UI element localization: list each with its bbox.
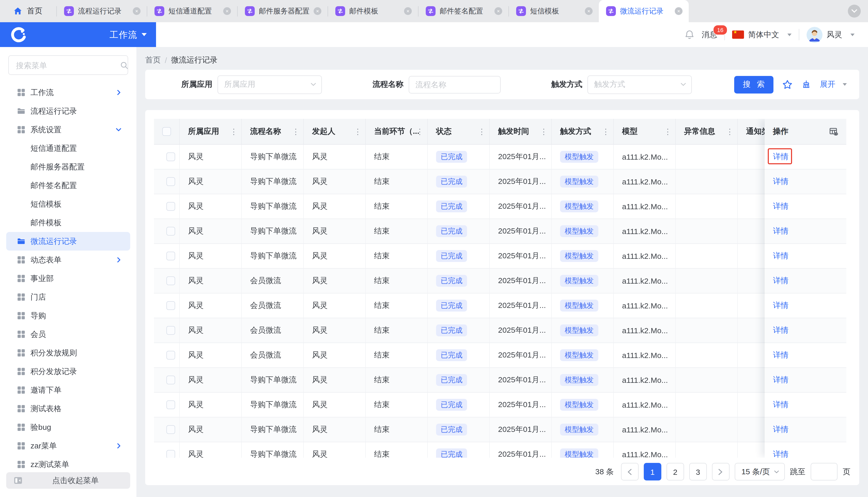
user-menu[interactable]: 风灵 xyxy=(807,27,855,43)
sidebar-item-会员[interactable]: 会员 xyxy=(6,325,130,343)
tab-home[interactable]: 首页 xyxy=(0,0,56,22)
sidebar-item-事业部[interactable]: 事业部 xyxy=(6,269,130,288)
tab-close-icon[interactable]: × xyxy=(133,7,141,15)
column-menu-icon[interactable]: ⋮ xyxy=(726,127,734,136)
detail-link[interactable]: 详情 xyxy=(773,425,788,435)
tab-close-icon[interactable]: × xyxy=(675,7,683,15)
row-checkbox[interactable] xyxy=(166,425,175,434)
app-title[interactable]: 工作流 xyxy=(110,29,138,41)
sidebar-item-动态表单[interactable]: 动态表单 xyxy=(6,251,130,269)
tab-close-icon[interactable]: × xyxy=(314,7,322,15)
detail-link[interactable]: 详情 xyxy=(773,375,788,385)
row-checkbox[interactable] xyxy=(166,326,175,335)
sidebar-item-邮件签名配置[interactable]: 邮件签名配置 xyxy=(6,176,130,195)
detail-link[interactable]: 详情 xyxy=(773,177,788,186)
sidebar-item-zar菜单[interactable]: zar菜单 xyxy=(6,437,130,455)
sidebar-item-流程运行记录[interactable]: 流程运行记录 xyxy=(6,102,130,120)
row-checkbox[interactable] xyxy=(166,375,175,384)
column-menu-icon[interactable]: ⋮ xyxy=(602,127,610,136)
sidebar-search-input[interactable] xyxy=(15,60,120,70)
row-checkbox[interactable] xyxy=(166,177,175,186)
sidebar-item-微流运行记录[interactable]: 微流运行记录 xyxy=(6,232,130,251)
breadcrumb-home[interactable]: 首页 xyxy=(145,55,161,65)
pagination-prev-button[interactable] xyxy=(621,463,639,481)
detail-link[interactable]: 详情 xyxy=(773,201,788,211)
sidebar-item-工作流[interactable]: 工作流 xyxy=(6,83,130,102)
sidebar-item-zz测试菜单[interactable]: zz测试菜单 xyxy=(6,455,130,472)
column-menu-icon[interactable]: ⋮ xyxy=(664,127,672,136)
sidebar-item-导购[interactable]: 导购 xyxy=(6,307,130,325)
sidebar-item-门店[interactable]: 门店 xyxy=(6,288,130,307)
detail-link[interactable]: 详情 xyxy=(773,350,788,360)
column-menu-icon[interactable]: ⋮ xyxy=(540,127,548,136)
tab-close-icon[interactable]: × xyxy=(223,7,231,15)
detail-link[interactable]: 详情 xyxy=(773,326,788,335)
language-select[interactable]: 简体中文 xyxy=(732,30,792,40)
row-checkbox[interactable] xyxy=(166,450,175,458)
tab-close-icon[interactable]: × xyxy=(404,7,412,15)
browser-tab-6[interactable]: 短信模板× xyxy=(509,0,599,22)
filter-flow-input[interactable] xyxy=(409,76,501,93)
clear-filter-broom-icon[interactable] xyxy=(801,79,811,90)
filter-app-select[interactable]: 所属应用 xyxy=(217,75,322,94)
detail-link[interactable]: 详情 xyxy=(773,276,788,286)
page-size-select[interactable]: 15 条/页 xyxy=(735,463,785,481)
pagination-page-3[interactable]: 3 xyxy=(689,463,707,481)
column-menu-icon[interactable]: ⋮ xyxy=(478,127,486,136)
browser-tab-4[interactable]: 邮件模板× xyxy=(328,0,418,22)
collapse-menu-button[interactable]: 点击收起菜单 xyxy=(6,472,130,489)
row-checkbox[interactable] xyxy=(166,351,175,359)
browser-tab-3[interactable]: 邮件服务器配置× xyxy=(238,0,328,22)
sidebar-item-短信模板[interactable]: 短信模板 xyxy=(6,195,130,213)
tab-close-icon[interactable]: × xyxy=(495,7,502,15)
column-settings-icon[interactable] xyxy=(829,126,839,137)
sidebar-item-系统设置[interactable]: 系统设置 xyxy=(6,120,130,139)
cell-model: a111.k2.Mo... xyxy=(614,417,676,442)
row-checkbox[interactable] xyxy=(166,202,175,211)
row-checkbox[interactable] xyxy=(166,252,175,260)
filter-trigger-select[interactable]: 触发方式 xyxy=(587,75,692,94)
pagination-next-button[interactable] xyxy=(712,463,729,481)
favorite-star-icon[interactable] xyxy=(782,79,793,90)
row-checkbox[interactable] xyxy=(166,400,175,409)
column-menu-icon[interactable]: ⋮ xyxy=(292,127,300,136)
sidebar-item-验bug[interactable]: 验bug xyxy=(6,418,130,437)
search-button[interactable]: 搜 索 xyxy=(734,76,773,93)
detail-link[interactable]: 详情 xyxy=(773,152,788,162)
detail-link[interactable]: 详情 xyxy=(773,226,788,236)
row-checkbox-cell xyxy=(154,393,180,417)
column-menu-icon[interactable]: ⋮ xyxy=(354,127,362,136)
browser-tab-7-active[interactable]: 微流运行记录× xyxy=(599,0,689,22)
expand-filters-button[interactable]: 展开 xyxy=(820,80,847,89)
browser-tab-5[interactable]: 邮件签名配置× xyxy=(418,0,508,22)
row-checkbox[interactable] xyxy=(166,227,175,236)
column-menu-icon[interactable]: ⋮ xyxy=(416,127,424,136)
browser-tab-2[interactable]: 短信通道配置× xyxy=(147,0,237,22)
sidebar-item-积分发放规则[interactable]: 积分发放规则 xyxy=(6,343,130,362)
jump-page-input[interactable] xyxy=(811,463,838,481)
chevron-down-icon xyxy=(774,470,779,473)
sidebar-item-测试表格[interactable]: 测试表格 xyxy=(6,399,130,418)
sidebar-item-邀请下单[interactable]: 邀请下单 xyxy=(6,381,130,399)
bell-icon[interactable] xyxy=(685,29,694,40)
row-checkbox[interactable] xyxy=(166,276,175,285)
tab-close-icon[interactable]: × xyxy=(585,7,593,15)
sidebar-item-邮件模板[interactable]: 邮件模板 xyxy=(6,213,130,232)
tab-list-dropdown-button[interactable] xyxy=(848,5,861,17)
pagination-page-2[interactable]: 2 xyxy=(667,463,684,481)
sidebar-item-邮件服务器配置[interactable]: 邮件服务器配置 xyxy=(6,158,130,176)
pagination-page-1[interactable]: 1 xyxy=(644,463,661,481)
cell-starter: 风灵 xyxy=(304,169,366,194)
detail-link[interactable]: 详情 xyxy=(773,251,788,261)
browser-tab-1[interactable]: 流程运行记录× xyxy=(57,0,147,22)
sidebar-item-短信通道配置[interactable]: 短信通道配置 xyxy=(6,139,130,158)
row-checkbox[interactable] xyxy=(166,301,175,310)
row-checkbox[interactable] xyxy=(166,152,175,161)
sidebar-item-积分发放记录[interactable]: 积分发放记录 xyxy=(6,362,130,381)
detail-link[interactable]: 详情 xyxy=(773,400,788,410)
messages-link[interactable]: 消息 16 xyxy=(702,30,717,40)
column-menu-icon[interactable]: ⋮ xyxy=(230,127,238,136)
select-all-checkbox[interactable] xyxy=(162,127,171,136)
detail-link[interactable]: 详情 xyxy=(773,301,788,311)
detail-link[interactable]: 详情 xyxy=(773,450,788,458)
